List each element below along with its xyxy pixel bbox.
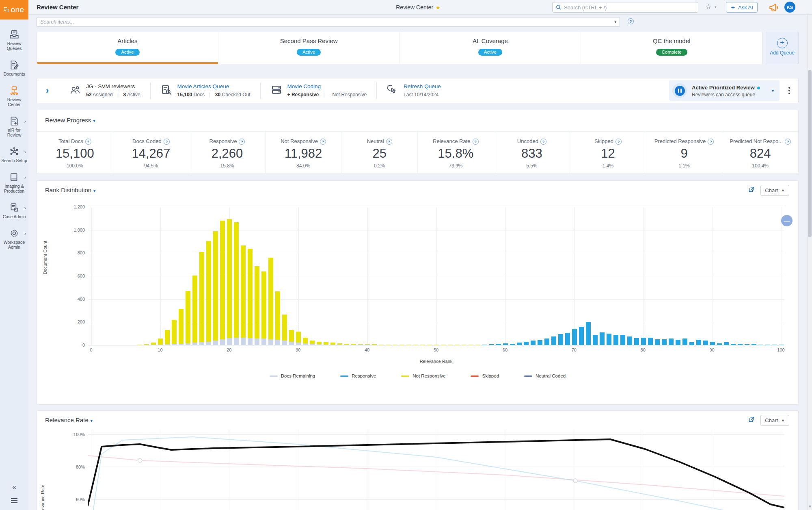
scrollbar-thumb[interactable] (808, 70, 812, 237)
chart-select-caret-icon: ▼ (781, 419, 785, 423)
sidebar-item-search-setup[interactable]: ›Search Setup (0, 142, 28, 168)
sidebar-item-air-for-review[interactable]: ›aiR for Review (0, 112, 28, 142)
sidebar-item-documents[interactable]: Documents (0, 56, 28, 81)
not-responsive-bar (441, 345, 446, 345)
refresh-last-date: Last 10/14/2024 (404, 92, 438, 98)
ask-ai-button[interactable]: Ask AI (726, 2, 758, 13)
stat-help-icon[interactable]: ? (785, 139, 791, 145)
legend-item-docs-remaining[interactable]: Docs Remaining (270, 373, 315, 378)
stat-help-icon[interactable]: ? (615, 139, 622, 145)
open-in-new-icon[interactable] (748, 186, 755, 195)
x-tick-label: 30 (296, 347, 300, 352)
responsive-bar (489, 344, 494, 345)
coding-field-link[interactable]: Movie Coding (287, 83, 367, 89)
tab-qc-the-model[interactable]: QC the modelComplete (581, 32, 762, 64)
not-responsive-bar (186, 291, 190, 343)
responsive-bar (607, 334, 611, 345)
items-search-caret-icon[interactable]: ▾ (614, 20, 616, 24)
stat-label: Total Docs? (37, 138, 113, 145)
relevance-view-select[interactable]: Chart▼ (760, 415, 789, 426)
expand-queue-chevron-icon[interactable]: › (46, 85, 49, 96)
sidebar-item-workspace-admin[interactable]: ›Workspace Admin (0, 224, 28, 254)
legend-item-responsive[interactable]: Responsive (340, 373, 376, 378)
not-responsive-bar (165, 330, 170, 344)
chart-context-button[interactable]: — (781, 215, 793, 226)
global-search[interactable] (552, 2, 698, 13)
tab-al-coverage[interactable]: AL CoverageActive (400, 32, 581, 64)
stat-help-icon[interactable]: ? (239, 139, 245, 145)
announcements-icon[interactable] (769, 2, 779, 14)
relevance-rate-title[interactable]: Relevance Rate (45, 417, 89, 423)
responsive-bar (655, 339, 660, 345)
not-responsive-bar (344, 344, 349, 345)
review-progress-caret-icon[interactable]: ▾ (93, 119, 95, 123)
docs-remaining-bar (186, 343, 190, 345)
docs-remaining-bar (324, 345, 328, 345)
not-responsive-bar (137, 345, 142, 345)
checked-out-count: 30 (215, 92, 220, 98)
legend-item-not-responsive[interactable]: Not Responsive (401, 373, 445, 378)
favorite-star-icon[interactable]: ★ (436, 4, 441, 11)
legend-item-skipped[interactable]: Skipped (471, 373, 499, 378)
sidebar-item-label: Review Center (1, 97, 28, 107)
not-responsive-bar (427, 345, 432, 345)
not-responsive-bar (324, 342, 328, 345)
responsive-bar (593, 335, 598, 345)
app-logo[interactable]: one (0, 0, 28, 20)
stat-help-icon[interactable]: ? (708, 139, 714, 145)
legend-item-neutral-coded[interactable]: Neutral Coded (524, 373, 566, 378)
active-tab-title-text: Review Center (396, 4, 433, 11)
scrollbar-down-icon[interactable]: ▼ (808, 505, 812, 508)
refresh-hand-icon (387, 84, 399, 98)
sidebar-item-review-queues[interactable]: Review Queues (0, 25, 28, 56)
legend-swatch (340, 375, 348, 377)
tab-label: Second Pass Review (218, 37, 400, 44)
stat-help-icon[interactable]: ? (540, 139, 546, 145)
queue-source-link[interactable]: Movie Articles Queue (177, 83, 251, 89)
sidebar-item-case-admin[interactable]: ›Case Admin (0, 198, 28, 224)
stat-help-icon[interactable]: ? (473, 139, 479, 145)
review-progress-title[interactable]: Review Progress (45, 117, 91, 124)
tab-articles[interactable]: ArticlesActive (37, 32, 218, 64)
stat-help-icon[interactable]: ? (164, 139, 170, 145)
coding-choices: + Responsive | - Not Responsive (287, 92, 367, 98)
open-in-new-icon[interactable] (748, 416, 755, 425)
avatar[interactable]: KS (784, 2, 795, 13)
sidebar-menu-icon[interactable] (11, 497, 17, 504)
favorites-icon[interactable]: ☆ (705, 2, 711, 11)
rank-distribution-title[interactable]: Rank Distribution (45, 187, 91, 193)
stat-help-icon[interactable]: ? (386, 139, 392, 145)
tab-second-pass-review[interactable]: Second Pass ReviewActive (218, 32, 400, 64)
page-scrollbar[interactable]: ▼ (807, 0, 812, 510)
global-search-input[interactable] (564, 4, 695, 11)
add-queue-label: Add Queue (766, 50, 798, 56)
stat-help-icon[interactable]: ? (85, 139, 91, 145)
sidebar-item-review-center[interactable]: Review Center (0, 81, 28, 112)
sidebar-item-label: aiR for Review (1, 128, 28, 137)
rank-distribution-caret-icon[interactable]: ▾ (93, 189, 95, 193)
status-caret-icon[interactable]: ▾ (772, 89, 774, 93)
stat-help-icon[interactable]: ? (320, 139, 326, 145)
pause-icon[interactable] (672, 83, 687, 98)
favorites-caret-icon[interactable]: ▾ (715, 5, 717, 9)
queue-status-pill[interactable]: Active Prioritized Review Reviewers can … (669, 80, 780, 101)
sidebar-collapse-icon[interactable]: « (0, 483, 28, 491)
sidebar-item-imaging-production[interactable]: ›Imaging & Production (0, 168, 28, 198)
x-tick-label: 60 (503, 347, 508, 352)
items-search-input[interactable] (40, 19, 614, 25)
queue-kebab-menu-icon[interactable] (788, 86, 790, 95)
not-responsive-bar (372, 344, 377, 345)
items-search[interactable]: ▾ (37, 17, 620, 27)
rank-view-select[interactable]: Chart▼ (760, 185, 789, 196)
responsive-bar (600, 332, 605, 345)
not-responsive-bar (434, 345, 439, 345)
gridline (505, 207, 506, 345)
plus-icon: + (777, 38, 788, 48)
add-queue-button[interactable]: + Add Queue (766, 32, 799, 64)
legend-label: Docs Remaining (281, 373, 315, 378)
relevance-rate-caret-icon[interactable]: ▾ (91, 419, 93, 423)
y-tick-label: 800 (60, 250, 85, 255)
refresh-queue-link[interactable]: Refresh Queue (404, 83, 441, 89)
page-help-icon[interactable]: ? (628, 18, 634, 24)
queue-reviewers-section: JG - SVM reviewers 52 Assigned | 8 Activ… (59, 82, 150, 99)
